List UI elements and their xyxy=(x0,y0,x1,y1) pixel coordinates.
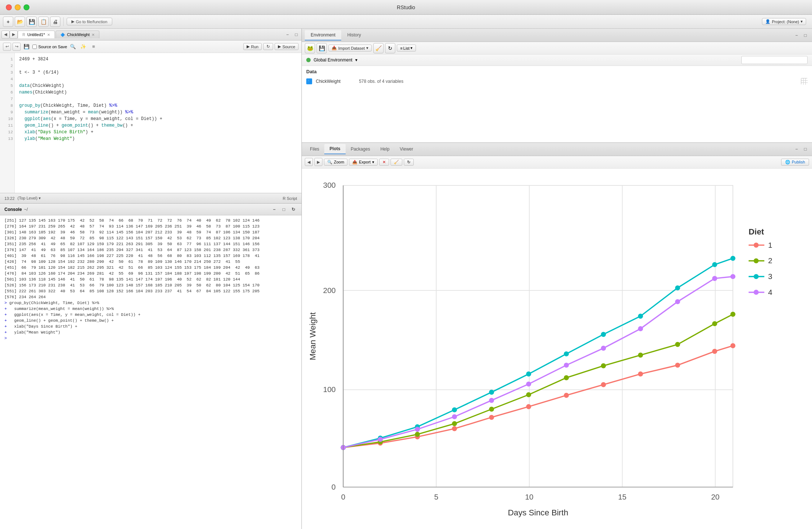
maximize-plots-button[interactable]: □ xyxy=(802,145,809,153)
tab-help[interactable]: Help xyxy=(375,144,395,154)
source-button[interactable]: ▶ Source xyxy=(275,43,299,50)
svg-point-42 xyxy=(675,285,680,290)
go-to-file-button[interactable]: ▶ Go to file/function xyxy=(67,18,112,25)
tab-history[interactable]: History xyxy=(341,30,367,40)
save-editor-button[interactable]: 💾 xyxy=(22,42,31,51)
data-grid-view-icon[interactable] xyxy=(801,78,808,85)
refresh-env-icon: ↻ xyxy=(388,45,392,51)
export-button[interactable]: 📤 Export ▾ xyxy=(349,159,378,166)
svg-point-46 xyxy=(378,437,383,442)
svg-point-18 xyxy=(675,363,680,368)
svg-text:300: 300 xyxy=(323,181,336,189)
clear-plots-icon: 🧹 xyxy=(394,160,399,165)
svg-point-32 xyxy=(730,312,735,317)
tab-close-chickweight[interactable]: ✕ xyxy=(92,33,95,37)
editor-nav-right[interactable]: ▶ xyxy=(10,31,18,39)
left-panel: ◀ ▶ R Untitled1* ✕ 🔷 ChickWeight ✕ − □ xyxy=(0,29,302,529)
minimize-console-button[interactable]: − xyxy=(271,206,278,213)
console-output-426: [426] 74 98 109 128 154 192 232 280 290 … xyxy=(4,259,297,265)
tab-label-chickweight: ChickWeight xyxy=(67,32,90,37)
code-content[interactable]: 2469 + 3824 t <- 3 * (6/14) data(ChickWe… xyxy=(15,53,301,193)
svg-text:200: 200 xyxy=(323,286,336,294)
code-line-7 xyxy=(19,96,297,102)
run-icon: ▶ xyxy=(247,44,250,49)
save-all-button[interactable]: 📋 xyxy=(38,17,49,27)
clear-env-button[interactable]: 🧹 xyxy=(373,43,384,53)
magic-wand-button[interactable]: ✨ xyxy=(79,42,88,51)
tab-environment[interactable]: Environment xyxy=(305,30,341,40)
publish-button[interactable]: 🌐 Publish xyxy=(781,159,809,166)
editor-toolbar: ↩ ↪ 💾 Source on Save 🔍 ✨ ≡ ▶ Run ↻ xyxy=(0,40,301,53)
close-button[interactable] xyxy=(6,4,12,10)
source-label: Source xyxy=(282,45,295,49)
delete-plot-button[interactable]: ✕ xyxy=(379,159,389,166)
tab-viewer[interactable]: Viewer xyxy=(395,144,418,154)
svg-point-51 xyxy=(564,363,569,368)
svg-point-26 xyxy=(526,392,531,397)
tab-packages[interactable]: Packages xyxy=(346,144,375,154)
global-env-label: Global Environment xyxy=(314,57,352,63)
redo-button[interactable]: ↪ xyxy=(13,43,21,51)
svg-point-50 xyxy=(526,381,531,387)
source-arrow-icon: ▶ xyxy=(278,44,281,49)
format-button[interactable]: ≡ xyxy=(89,42,98,51)
new-file-button[interactable]: + xyxy=(3,17,13,27)
list-chevron-icon: ▾ xyxy=(410,46,413,50)
svg-text:4: 4 xyxy=(768,288,772,296)
open-file-button[interactable]: 📂 xyxy=(15,17,25,27)
refresh-env-button[interactable]: ↻ xyxy=(385,43,395,53)
svg-point-29 xyxy=(638,353,643,358)
plots-next-button[interactable]: ▶ xyxy=(314,158,322,166)
minimize-button[interactable] xyxy=(15,4,21,10)
console-section: Console ~/ − □ ↻ [251] 127 135 145 163 1… xyxy=(0,204,301,529)
app-toolbar: + 📂 💾 📋 🖨 ▶ Go to file/function 👤 Projec… xyxy=(0,15,812,29)
clear-env-icon: 🧹 xyxy=(375,45,382,51)
import-dataset-button[interactable]: 📥 Import Dataset ▾ xyxy=(328,45,372,52)
console-cmd-1: > group_by(ChickWeight, Time, Diet) %>% xyxy=(4,300,297,306)
svg-text:15: 15 xyxy=(618,493,626,501)
source-on-save-label[interactable]: Source on Save xyxy=(32,45,67,49)
console-output-476: [476] 84 103 126 160 174 204 234 269 281… xyxy=(4,271,297,276)
data-item-chickweight[interactable]: 🔷 ChickWeight 578 obs. of 4 variables xyxy=(306,77,808,86)
maximize-button[interactable] xyxy=(24,4,29,10)
list-button[interactable]: ≡ List ▾ xyxy=(397,45,416,52)
maximize-env-button[interactable]: □ xyxy=(802,32,809,39)
refresh-plots-button[interactable]: ↻ xyxy=(404,159,414,166)
editor-nav-left[interactable]: ◀ xyxy=(1,31,10,39)
code-editor[interactable]: 1 2 3 4 5 6 7 8 9 10 11 12 13 2469 + 382… xyxy=(0,53,301,193)
tab-untitled1[interactable]: R Untitled1* ✕ xyxy=(18,31,55,38)
export-icon: 📤 xyxy=(352,160,357,165)
save-file-button[interactable]: 💾 xyxy=(27,17,37,27)
undo-button[interactable]: ↩ xyxy=(3,43,11,51)
env-search-input[interactable] xyxy=(741,56,808,64)
save-env-button[interactable]: 🐸 xyxy=(305,43,315,53)
source-on-save-checkbox[interactable] xyxy=(32,45,37,49)
new-file-icon: + xyxy=(7,19,10,25)
go-to-icon: ▶ xyxy=(71,19,74,24)
refresh-console-button[interactable]: ↻ xyxy=(290,206,297,213)
tab-chickweight[interactable]: 🔷 ChickWeight ✕ xyxy=(56,31,100,38)
plots-prev-button[interactable]: ◀ xyxy=(305,158,313,166)
clear-plots-button[interactable]: 🧹 xyxy=(391,159,402,166)
tab-plots[interactable]: Plots xyxy=(324,144,345,154)
code-line-10: ggplot(aes(x = Time, y = mean_weight, co… xyxy=(19,116,297,122)
maximize-console-button[interactable]: □ xyxy=(280,206,287,213)
console-content[interactable]: [251] 127 135 145 163 170 175 42 52 58 7… xyxy=(0,215,301,529)
svg-point-23 xyxy=(415,432,420,437)
print-button[interactable]: 🖨 xyxy=(50,17,60,27)
tab-files[interactable]: Files xyxy=(305,144,324,154)
console-output-526: [526] 156 173 210 231 238 41 53 66 79 10… xyxy=(4,282,297,288)
minimize-env-button[interactable]: − xyxy=(793,32,800,39)
zoom-button[interactable]: 🔍 Zoom xyxy=(324,159,347,166)
maximize-editor-button[interactable]: □ xyxy=(293,31,300,38)
project-button[interactable]: 👤 Project: (None) ▾ xyxy=(762,18,806,25)
search-editor-button[interactable]: 🔍 xyxy=(68,42,77,51)
rerun-button[interactable]: ↻ xyxy=(263,43,273,50)
minimize-plots-button[interactable]: − xyxy=(793,145,800,153)
load-env-button[interactable]: 💾 xyxy=(317,43,327,53)
tab-close-untitled1[interactable]: ✕ xyxy=(47,33,50,37)
import-chevron-icon: ▾ xyxy=(366,46,368,50)
code-line-1: 2469 + 3824 xyxy=(19,56,297,63)
run-button[interactable]: ▶ Run xyxy=(243,43,262,50)
minimize-editor-button[interactable]: − xyxy=(284,31,291,38)
